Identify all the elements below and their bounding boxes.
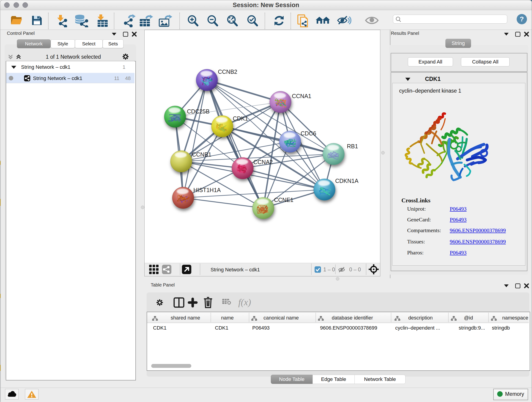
svg-text:CCNB1: CCNB1 xyxy=(192,151,211,158)
svg-text:CCNB2: CCNB2 xyxy=(218,69,237,75)
svg-text:11: 11 xyxy=(114,75,119,81)
svg-text:1 – 0: 1 – 0 xyxy=(323,267,335,273)
svg-text:CCNA1: CCNA1 xyxy=(292,93,311,99)
svg-text:RB1: RB1 xyxy=(347,143,358,149)
svg-text:f(x): f(x) xyxy=(238,297,251,307)
svg-text:String Network – cdk1: String Network – cdk1 xyxy=(33,75,82,81)
svg-text:String Network – cdk1: String Network – cdk1 xyxy=(210,267,260,273)
svg-text:CDKN1A: CDKN1A xyxy=(335,178,359,184)
svg-text:CDC25B: CDC25B xyxy=(187,108,210,115)
svg-text:CDK1: CDK1 xyxy=(233,115,248,122)
svg-text:CDC6: CDC6 xyxy=(301,130,316,137)
svg-text:HIST1H1A: HIST1H1A xyxy=(193,187,221,193)
svg-text:CCNA2: CCNA2 xyxy=(253,159,273,165)
svg-text:48: 48 xyxy=(125,75,131,81)
svg-text:0 – 0: 0 – 0 xyxy=(349,267,361,273)
svg-text:1 of 1 Network selected: 1 of 1 Network selected xyxy=(46,54,101,60)
svg-text:CCNE1: CCNE1 xyxy=(274,197,293,203)
